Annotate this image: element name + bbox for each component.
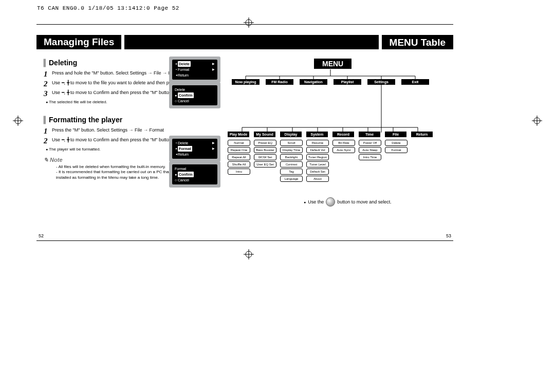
print-header: T6 CAN ENG0.0 1/18/05 13:1412:0 Page 52: [37, 5, 179, 11]
page-number-right: 53: [446, 233, 451, 238]
hint-text-b: button to move and select.: [337, 199, 392, 204]
menu-level2-column: RecordBit RateAuto Sync: [332, 132, 355, 182]
section-formatting: Formatting the player: [44, 116, 229, 124]
menu-level2-column: TimePower OffAuto SleepIntro Time: [359, 132, 381, 182]
step-number: 1: [44, 70, 52, 79]
jog-dial-icon: [326, 197, 335, 207]
menu-level2-head: Time: [359, 132, 380, 137]
menu-level2-head: My Sound: [254, 132, 275, 137]
menu-level1-item: Playlist: [334, 79, 361, 85]
menu-option: Repeat All: [228, 154, 250, 160]
menu-option: Normal: [228, 140, 250, 146]
menu-option: Default Vol: [306, 147, 329, 153]
menu-option: Power Off: [359, 140, 381, 146]
left-page: Deleting 1Press and hole the "M" button.…: [36, 59, 232, 180]
menu-option: Language: [280, 176, 303, 182]
menu-level2-column: DisplayScrollDisplay TimeBacklightContra…: [280, 132, 303, 182]
menu-level2-column: FileDeleteFormat: [385, 132, 408, 182]
menu-level1-item: Navigation: [300, 79, 327, 85]
step-text: Press the "M" button. Select Settings → …: [52, 127, 229, 136]
menu-level1-item: FM Radio: [266, 79, 293, 85]
device-screen-delete-menu: ▸Delete▶ •Format▶ ◂Return: [169, 57, 220, 83]
menu-row-1: Now playingFM RadioNavigationPlaylistSet…: [232, 79, 429, 85]
menu-option: Backlight: [280, 154, 303, 160]
menu-level2-head: System: [306, 132, 328, 137]
menu-level2-column: Play ModeNormalRepeat OneRepeat AllShuff…: [228, 132, 250, 182]
hint-text-a: Use the: [308, 199, 324, 204]
menu-option: Resume: [306, 140, 329, 146]
menu-option: Shuffle All: [228, 161, 250, 167]
right-page: MENU: [232, 59, 453, 180]
menu-level1-item: Now playing: [232, 79, 260, 85]
menu-option: Tuner Region: [306, 154, 329, 160]
page-number-left: 52: [39, 233, 44, 238]
title-bar-fill: [124, 35, 378, 49]
menu-level2-column: My SoundPreset EQBass BoosterWOW SetUser…: [254, 132, 276, 182]
menu-level1-item: Settings: [367, 79, 395, 85]
registration-mark-left: [13, 116, 23, 127]
menu-level2-head: Play Mode: [228, 132, 249, 137]
menu-option: Tuner Level: [306, 161, 329, 167]
menu-option: Bit Rate: [332, 140, 355, 146]
menu-option: Preset EQ: [254, 140, 276, 146]
step-number: 1: [44, 127, 52, 136]
menu-option: WOW Set: [254, 154, 276, 160]
step-number: 3: [44, 89, 52, 98]
menu-level2-column: Return: [411, 132, 433, 182]
registration-mark-right: [532, 116, 542, 127]
step-number: 2: [44, 80, 52, 88]
menu-option: Scroll: [280, 140, 303, 146]
device-screen-format-menu: •Delete▶ ▸Format▶ ◂Return: [169, 136, 220, 162]
menu-option: Contrast: [280, 161, 303, 167]
registration-mark-bottom: [244, 249, 254, 260]
menu-option: Auto Sleep: [359, 147, 381, 153]
menu-row-2: Play ModeNormalRepeat OneRepeat AllShuff…: [228, 132, 433, 182]
menu-level2-column: SystemResumeDefault VolTuner RegionTuner…: [306, 132, 329, 182]
page-spread: Managing Files MENU Table Deleting 1Pres…: [36, 24, 453, 241]
menu-option: About: [306, 176, 329, 182]
navigation-hint: Use the button to move and select.: [304, 197, 392, 207]
step-number: 2: [44, 137, 52, 145]
menu-option: Format: [385, 147, 408, 153]
device-screen-delete-confirm: Delete ●Confirm ○Cancel: [169, 82, 220, 108]
menu-option: Intro: [228, 169, 250, 175]
page-title-left: Managing Files: [36, 35, 121, 49]
menu-level2-head: Record: [332, 132, 354, 137]
menu-level2-head: Return: [411, 132, 433, 137]
device-screen-format-confirm: Format ●Confirm ○Cancel: [169, 161, 220, 188]
menu-level2-head: File: [385, 132, 406, 137]
menu-level2-head: Display: [280, 132, 302, 137]
menu-option: Bass Booster: [254, 147, 276, 153]
page-title-right: MENU Table: [382, 35, 453, 49]
menu-option: Delete: [385, 140, 408, 146]
menu-option: Default Set: [306, 169, 329, 175]
menu-level1-item: Exit: [401, 79, 429, 85]
menu-option: Auto Sync: [332, 147, 355, 153]
menu-option: Tag: [280, 169, 303, 175]
menu-option: User EQ Set: [254, 161, 276, 167]
menu-option: Repeat One: [228, 147, 250, 153]
menu-option: Display Time: [280, 147, 303, 153]
menu-option: Intro Time: [359, 154, 381, 160]
